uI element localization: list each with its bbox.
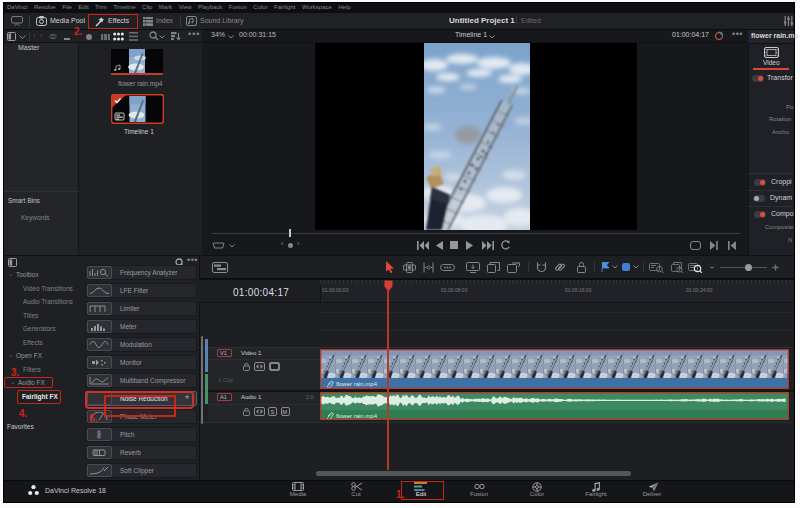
svg-text:flower rain.mp4: flower rain.mp4 (336, 413, 378, 419)
svg-text:flower rain.mp4: flower rain.mp4 (336, 381, 378, 387)
